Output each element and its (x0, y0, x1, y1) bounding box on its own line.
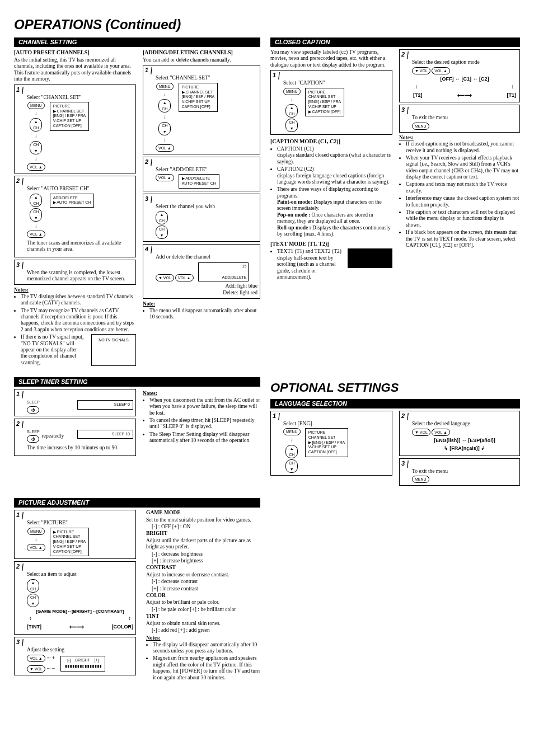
vol-up-button[interactable]: VOL ▲ (175, 274, 194, 281)
vol-up-button[interactable]: VOL ▲ (156, 144, 174, 152)
ch-up-button[interactable]: ▲CH (27, 579, 39, 593)
adddel-step4: 4/ Add or delete the channel ▼ VOL VOL ▲… (143, 244, 260, 299)
ch-up-button[interactable]: ▲CH (30, 194, 42, 207)
menu-button[interactable]: MENU (283, 428, 301, 435)
lang-fra: [FRA(nçais)] (449, 445, 480, 451)
notes-label: Notes: (143, 391, 260, 397)
sleep-button[interactable]: ⏻ (27, 435, 39, 443)
sleep-button[interactable]: ⏻ (27, 406, 39, 414)
arrow-icon: ↕ (415, 84, 418, 90)
osd-menu: PICTURE CHANNEL SET [ENG] / ESP / FRA V-… (305, 88, 345, 117)
t2-label: [T2] (413, 92, 423, 98)
optional-title: OPTIONAL SETTINGS (270, 381, 520, 395)
tint-label: [TINT] (27, 624, 41, 630)
game-desc: Set to the most suitable position for vi… (146, 517, 264, 523)
bar-channel-setting: CHANNEL SETTING (14, 37, 260, 47)
vol-down-button[interactable]: ▼ VOL (412, 67, 430, 74)
arrow-icon (35, 110, 38, 117)
vol-down-button[interactable]: ▼ VOL (156, 274, 174, 281)
arrow-icon: ↕ (29, 616, 32, 622)
note-item: To cancel the sleep timer, hit [SLEEP] r… (149, 417, 260, 430)
cc-step3: 3/ To exit the menu MENU (399, 105, 520, 132)
auto-intro: As the initial setting, this TV has memo… (14, 57, 136, 83)
bar-picture: PICTURE ADJUSTMENT (14, 498, 260, 508)
ch-down-button[interactable]: CH▼ (158, 122, 171, 135)
color-heading: COLOR (146, 593, 166, 598)
vol-down-button[interactable]: ▼ VOL (412, 429, 430, 436)
bright-minus: [-] : decrease brightness (146, 551, 264, 557)
note-item: The TV distinguishes between standard TV… (21, 294, 136, 307)
menu-button[interactable]: MENU (27, 102, 45, 109)
ch-down-button[interactable]: CH▼ (27, 594, 39, 607)
vol-up-button[interactable]: VOL ▲ (432, 429, 450, 436)
note-item: The TV may recognize TV channels as CATV… (21, 308, 136, 334)
note-item: The Sleep Timer Setting display will dis… (149, 431, 260, 444)
menu-button[interactable]: MENU (27, 528, 45, 535)
ch-down-button[interactable]: CH▼ (30, 141, 42, 154)
ch-up-button[interactable]: ▲CH (156, 211, 168, 224)
vol-up-button[interactable]: VOL ▲ (27, 163, 45, 171)
game-heading: GAME MODE (146, 510, 180, 515)
no-signal-box: NO TV SIGNALS (91, 334, 136, 366)
menu-button[interactable]: MENU (156, 83, 174, 90)
three-ways-item: There are three ways of displaying accor… (277, 186, 392, 237)
heading-add-delete: [ADDING/DELETING CHANNELS] (143, 49, 260, 56)
vol-up-button[interactable]: VOL ▲ (27, 655, 45, 662)
arrow-icon (163, 91, 166, 98)
tint-heading: TINT (146, 613, 159, 619)
adddel-step3-text: Select the channel you wish (156, 204, 215, 209)
ch-down-button[interactable]: CH▼ (156, 226, 168, 239)
vol-up-button[interactable]: VOL ▲ (27, 231, 45, 238)
arrow-icon: ↲ (481, 445, 485, 451)
legend-delete: Delete: light red (156, 290, 257, 296)
ch-up-button[interactable]: ▲CH (285, 104, 298, 118)
adjust-bar: ▮▮▮▮▮▮▮▯▮▮▮▮▮▮▮ (64, 663, 101, 669)
adddel-step3: 3/ Select the channel you wish ▲CH CH▼ (143, 194, 260, 242)
adjust-cycle: [GAME MODE]↔[BRIGHT]↔[CONTRAST] (27, 609, 133, 614)
adddel-step1: 1/ Select "CHANNEL SET" MENU ▲CH CH▼ (143, 65, 260, 154)
arrow-icon (163, 114, 166, 120)
pic-step2: 2/ Select an item to adjust ▲CH CH▼ [GAM… (14, 561, 136, 634)
cc-step1: 1/ Select "CAPTION" MENU ▲CH CH▼ PICTURE… (270, 70, 392, 135)
menu-button[interactable]: MENU (412, 123, 429, 130)
vol-down-button[interactable]: ▼ VOL (27, 665, 45, 673)
cc-step2-text: Select the desired caption mode (412, 59, 480, 65)
adddel-step1-text: Select "CHANNEL SET" (156, 75, 210, 81)
auto-step1: 1/ Select "CHANNEL SET" MENU ▲CH CH▼ (14, 84, 136, 174)
note-label: Note: (143, 301, 260, 307)
contrast-minus: [-] : decrease contrast (146, 579, 264, 585)
lang-step3-text: To exit the menu (412, 468, 448, 474)
bar-sleep-timer: SLEEP TIMER SETTING (14, 377, 260, 387)
vol-up-button[interactable]: VOL ▲ (432, 67, 450, 74)
t1-label: [T1] (507, 92, 517, 98)
auto-step2-text: Select "AUTO PRESET CH" (27, 186, 90, 191)
bar-closed-caption: CLOSED CAPTION (270, 37, 520, 47)
arrow-icon (35, 536, 38, 543)
sleep-step1: 1/ SLEEP ⏻ SLEEP 0 (14, 389, 136, 416)
note-item: When you disconnect the unit from the AC… (149, 397, 260, 416)
menu-button[interactable]: MENU (283, 88, 301, 95)
osd-menu: ▶ ADD/DELETE AUTO PRESET CH (179, 174, 219, 189)
sleep-desc: The time increases by 10 minutes up to 9… (27, 445, 133, 451)
lang-step3: 3/ To exit the menu MENU (399, 458, 520, 486)
ch-down-button[interactable]: CH▼ (30, 208, 42, 222)
lang-step2: 2/ Select the desired language ▼ VOL VOL… (399, 411, 520, 456)
heading-auto-preset: [AUTO PRESET CHANNELS] (14, 49, 136, 56)
ch-up-button[interactable]: ▲CH (285, 445, 298, 458)
pic-step1-text: Select "PICTURE" (27, 520, 68, 525)
tint-values: [-] : add red [+] : add green (146, 627, 264, 633)
bright-plus: [+] : increase brightness (146, 558, 264, 564)
note-item: Interference may cause the closed captio… (406, 195, 520, 208)
osd-menu: ▶ PICTURE CHANNEL SET [ENG] / ESP / FRA … (50, 528, 90, 557)
adddel-step2-text: Select "ADD/DELETE" (156, 167, 207, 172)
pic-step1: 1/ Select "PICTURE" MENU VOL ▲ ▶ PICTURE… (14, 510, 136, 559)
ch-up-button[interactable]: ▲CH (30, 118, 42, 132)
arrow-icon: ↕ (511, 84, 514, 90)
ch-down-button[interactable]: CH▼ (285, 119, 298, 132)
menu-button[interactable]: MENU (412, 476, 429, 483)
vol-up-button[interactable]: VOL ▲ (27, 544, 45, 551)
ch-up-button[interactable]: ▲CH (158, 99, 171, 112)
vol-up-button[interactable]: VOL ▲ (156, 174, 174, 181)
ch-down-button[interactable]: CH▼ (285, 459, 298, 473)
legend-add: Add: light blue (156, 283, 257, 289)
